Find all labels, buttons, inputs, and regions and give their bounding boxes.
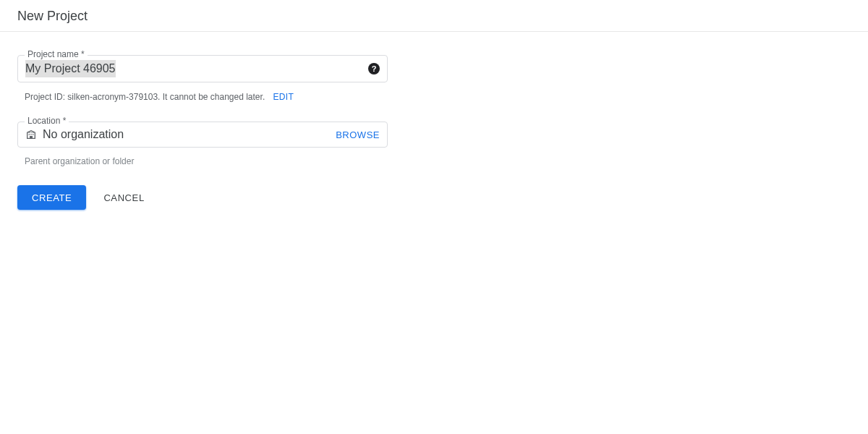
browse-button[interactable]: BROWSE (336, 129, 380, 140)
form-actions: CREATE CANCEL (17, 185, 388, 210)
project-id-helper: Project ID: silken-acronym-379103. It ca… (17, 87, 388, 103)
project-name-value: My Project 46905 (25, 60, 116, 77)
create-button[interactable]: CREATE (17, 185, 86, 210)
cancel-button[interactable]: CANCEL (101, 185, 147, 210)
project-id-value: silken-acronym-379103. (67, 92, 160, 102)
help-icon[interactable]: ? (368, 63, 380, 75)
organization-icon (25, 129, 37, 140)
project-name-input[interactable]: My Project 46905 (25, 60, 364, 77)
project-name-label: Project name * (25, 50, 88, 59)
location-input-box[interactable]: No organization BROWSE (17, 122, 388, 148)
project-id-note: cannot be changed later. (167, 92, 265, 102)
location-helper: Parent organization or folder (17, 152, 388, 166)
edit-project-id-link[interactable]: EDIT (273, 92, 294, 102)
project-name-field: Project name * My Project 46905 ? (17, 55, 388, 82)
page-title: New Project (17, 9, 88, 23)
page-header: New Project (0, 0, 868, 32)
location-value: No organization (43, 128, 336, 141)
location-field: Location * No organization BROWSE (17, 122, 388, 148)
project-id-prefix: Project ID: (25, 92, 65, 102)
location-label: Location * (25, 116, 69, 125)
form-content: Project name * My Project 46905 ? Projec… (0, 32, 868, 233)
